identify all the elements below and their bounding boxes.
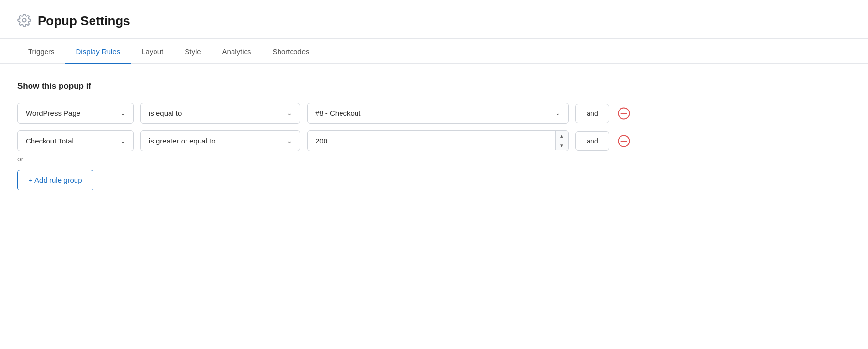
rule1-operator-label: is equal to: [149, 109, 182, 117]
main-content: Show this popup if WordPress Page ⌄ is e…: [0, 64, 868, 208]
page-title: Popup Settings: [38, 14, 130, 29]
rule2-spinner-down[interactable]: ▾: [556, 141, 568, 150]
page-header: Popup Settings: [0, 0, 868, 39]
rule1-operator-chevron: ⌄: [287, 110, 292, 117]
rule2-field-label: Checkout Total: [26, 137, 74, 145]
rule2-remove-icon: [618, 135, 630, 147]
rule2-remove-button[interactable]: [616, 133, 632, 149]
page-wrapper: Popup Settings Triggers Display Rules La…: [0, 0, 868, 349]
section-title: Show this popup if: [17, 81, 851, 91]
rule1-value-dropdown[interactable]: #8 - Checkout ⌄: [307, 103, 569, 124]
rule2-value-input-wrap: ▴ ▾: [307, 130, 569, 151]
rule1-value-label: #8 - Checkout: [315, 109, 360, 117]
svg-point-0: [23, 19, 26, 22]
tab-shortcodes[interactable]: Shortcodes: [262, 39, 320, 64]
tabs-bar: Triggers Display Rules Layout Style Anal…: [0, 39, 868, 64]
rule1-operator-dropdown[interactable]: is equal to ⌄: [140, 103, 300, 124]
rule2-conjunction-button[interactable]: and: [575, 131, 609, 151]
rule-row-1: WordPress Page ⌄ is equal to ⌄ #8 - Chec…: [17, 103, 851, 124]
tab-triggers[interactable]: Triggers: [17, 39, 65, 64]
rule1-field-dropdown[interactable]: WordPress Page ⌄: [17, 103, 134, 124]
tab-style[interactable]: Style: [174, 39, 211, 64]
tab-display-rules[interactable]: Display Rules: [65, 39, 131, 64]
tab-analytics[interactable]: Analytics: [212, 39, 262, 64]
tab-layout[interactable]: Layout: [131, 39, 174, 64]
gear-icon: [17, 14, 31, 29]
rule2-value-input[interactable]: [308, 131, 555, 151]
rule2-operator-label: is greater or equal to: [149, 137, 216, 145]
rule-row-2: Checkout Total ⌄ is greater or equal to …: [17, 130, 851, 151]
rule2-spinners: ▴ ▾: [555, 131, 568, 150]
rule2-field-dropdown[interactable]: Checkout Total ⌄: [17, 130, 134, 151]
rule2-operator-chevron: ⌄: [287, 137, 292, 144]
rule2-operator-dropdown[interactable]: is greater or equal to ⌄: [140, 130, 300, 151]
rule1-remove-button[interactable]: [616, 106, 632, 121]
add-rule-group-button[interactable]: + Add rule group: [17, 170, 93, 190]
or-text: or: [17, 155, 851, 163]
rule1-field-chevron: ⌄: [120, 110, 125, 117]
rule2-spinner-up[interactable]: ▴: [556, 131, 568, 141]
rule1-remove-icon: [618, 107, 630, 120]
rule2-field-chevron: ⌄: [120, 137, 125, 144]
rule1-conjunction-button[interactable]: and: [575, 104, 609, 123]
rule1-value-chevron: ⌄: [555, 110, 560, 117]
rules-container: WordPress Page ⌄ is equal to ⌄ #8 - Chec…: [17, 103, 851, 151]
rule1-field-label: WordPress Page: [26, 109, 80, 117]
